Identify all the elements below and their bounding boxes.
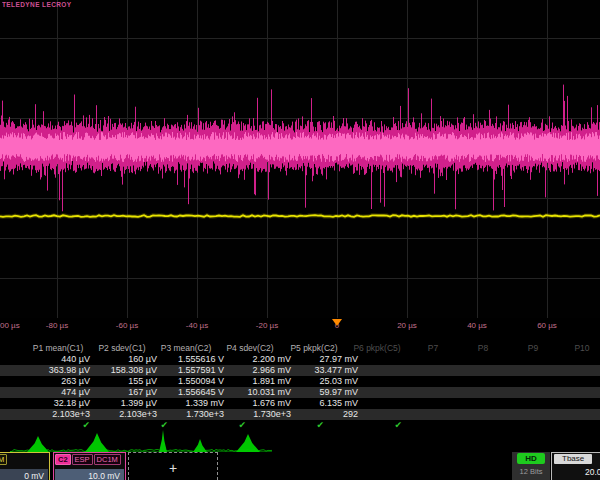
measure-cell: 1.550094 V [160, 376, 227, 387]
measure-cell [361, 365, 426, 376]
measure-cell [585, 354, 600, 365]
measure-column-header[interactable]: P2 sdev(C1) [90, 343, 154, 354]
c2-esp-badge: ESP [72, 454, 93, 465]
hd-badge[interactable]: HD [517, 453, 545, 464]
table-row: 440 µV160 µV1.555616 V2.200 mV27.97 mV [0, 354, 600, 365]
measure-column-header[interactable]: P3 mean(C2) [154, 343, 218, 354]
measure-cell [532, 376, 585, 387]
measure-cell: 1.399 µV [93, 398, 160, 409]
measure-column-header[interactable]: P10 [558, 343, 600, 354]
measure-cell [426, 365, 479, 376]
measure-cell: 292 [294, 409, 361, 420]
measure-cell: 1.676 mV [227, 398, 294, 409]
status-bar: DC1M 0 mV C2 ESP DC1M 10.0 mV + HD 12 Bi… [0, 452, 600, 480]
measure-cell: 27.97 mV [294, 354, 361, 365]
measure-cell [479, 398, 532, 409]
measure-cell: 167 µV [93, 387, 160, 398]
measure-column-header[interactable]: P8 [458, 343, 508, 354]
measure-cell: 1.556645 V [160, 387, 227, 398]
measure-column-header[interactable]: P6 pkpk(C5) [346, 343, 408, 354]
waveform-svg [0, 0, 600, 318]
measure-cell: 158.308 µV [93, 365, 160, 376]
time-axis-label: -20 µs [256, 321, 278, 330]
measure-column-header[interactable]: P7 [408, 343, 458, 354]
time-axis-label: -60 µs [116, 321, 138, 330]
time-axis-label: 00 µs [0, 321, 20, 330]
table-row: 474 µV167 µV1.556645 V10.031 mV59.97 mV [0, 387, 600, 398]
c1-scale: 0 mV [0, 469, 48, 480]
measure-cell [532, 409, 585, 420]
measure-cell [426, 387, 479, 398]
measure-cell [585, 365, 600, 376]
time-axis-label: 60 µs [537, 321, 557, 330]
measure-cell: 263 µV [26, 376, 93, 387]
time-axis-label: -40 µs [186, 321, 208, 330]
measure-cell [426, 376, 479, 387]
measure-cell: 1.891 mV [227, 376, 294, 387]
measure-cell [361, 376, 426, 387]
measure-cell: 1.557591 V [160, 365, 227, 376]
measure-column-header[interactable]: P1 mean(C1) [26, 343, 90, 354]
measure-column-header[interactable]: P5 pkpk(C2) [282, 343, 346, 354]
measure-cell: 2.103e+3 [93, 409, 160, 420]
measure-column-header[interactable]: P9 [508, 343, 558, 354]
table-row: 32.18 µV1.399 µV1.339 mV1.676 mV6.135 mV [0, 398, 600, 409]
c2-coupling-badge: DC1M [94, 454, 121, 465]
measure-cell [361, 387, 426, 398]
measure-cell: 32.18 µV [26, 398, 93, 409]
measure-cell: 10.031 mV [227, 387, 294, 398]
measure-column-header[interactable]: P4 sdev(C2) [218, 343, 282, 354]
measure-cell [585, 409, 600, 420]
measure-cell: 474 µV [26, 387, 93, 398]
measure-cell: 6.135 mV [294, 398, 361, 409]
brand-watermark: TELEDYNE LECROY [2, 1, 72, 8]
measure-cell [479, 354, 532, 365]
measure-cell [585, 398, 600, 409]
measure-cell: 59.97 mV [294, 387, 361, 398]
oscilloscope-screen: TELEDYNE LECROY 00 µs-80 µs-60 µs-40 µs-… [0, 0, 600, 480]
measure-cell: 1.555616 V [160, 354, 227, 365]
measure-cell [361, 409, 426, 420]
measure-cell [532, 398, 585, 409]
measure-cell [585, 376, 600, 387]
c2-scale: 10.0 mV [55, 469, 124, 480]
add-trace-button[interactable]: + [128, 452, 218, 480]
tbase-label: Tbase [554, 454, 592, 464]
measure-cell [532, 365, 585, 376]
measure-cell [361, 398, 426, 409]
measure-cell [479, 365, 532, 376]
measure-cell: 1.339 mV [160, 398, 227, 409]
measure-cell: 155 µV [93, 376, 160, 387]
tbase-descriptor[interactable]: Tbase 20.0 µs [551, 452, 600, 480]
measure-cell: 33.477 mV [294, 365, 361, 376]
time-axis: 00 µs-80 µs-60 µs-40 µs-20 µs020 µs40 µs… [0, 318, 600, 334]
measure-cell: 363.98 µV [26, 365, 93, 376]
measure-cell [532, 387, 585, 398]
time-axis-label: -80 µs [46, 321, 68, 330]
measure-cell: 1.730e+3 [227, 409, 294, 420]
c2-badge[interactable]: C2 [55, 454, 71, 465]
hd-bits-label: 12 Bits [512, 467, 550, 476]
measure-cell [426, 398, 479, 409]
time-axis-label: 40 µs [467, 321, 487, 330]
c2-descriptor[interactable]: C2 ESP DC1M 10.0 mV [53, 452, 126, 480]
measure-cell [479, 376, 532, 387]
measure-cell [361, 354, 426, 365]
measure-cell [532, 354, 585, 365]
waveform-grid: TELEDYNE LECROY [0, 0, 600, 318]
trigger-position-marker[interactable] [332, 319, 342, 326]
measure-cell: 2.103e+3 [26, 409, 93, 420]
measurement-table: P1 mean(C1)P2 sdev(C1)P3 mean(C2)P4 sdev… [0, 343, 600, 431]
c1-descriptor[interactable]: DC1M 0 mV [0, 452, 50, 480]
measure-cell [479, 387, 532, 398]
plus-icon: + [169, 460, 177, 476]
table-row: 2.103e+32.103e+31.730e+31.730e+3292 [0, 409, 600, 420]
measure-cell [479, 409, 532, 420]
measure-cell [585, 387, 600, 398]
time-axis-label: 20 µs [397, 321, 417, 330]
measure-cell: 25.03 mV [294, 376, 361, 387]
measure-cell: 440 µV [26, 354, 93, 365]
c1-coupling-badge: DC1M [0, 454, 7, 465]
measure-cell [426, 354, 479, 365]
measure-cell: 1.730e+3 [160, 409, 227, 420]
